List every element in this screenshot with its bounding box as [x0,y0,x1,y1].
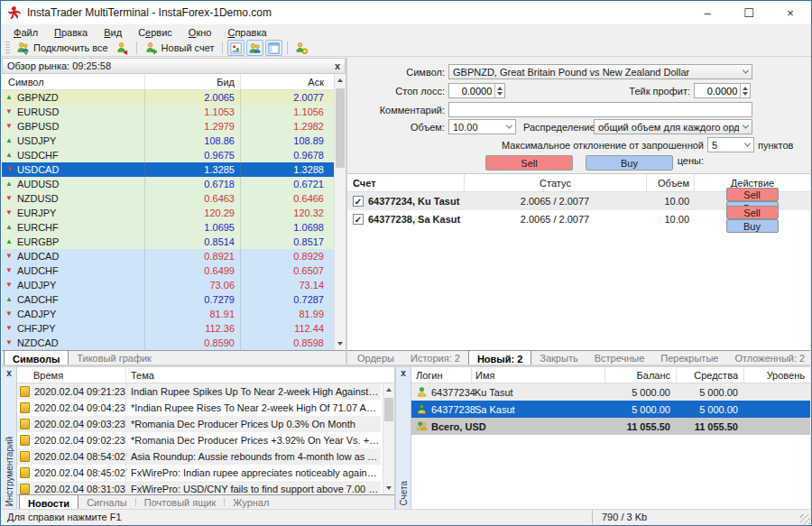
market-watch-close-icon[interactable]: x [335,60,340,71]
comment-input[interactable] [448,102,752,117]
market-row[interactable]: ▼CADJPY81.9181.99 [2,307,336,321]
market-row[interactable]: ▲USDCHF0.96750.9678 [2,148,336,162]
news-row[interactable]: 2020.02.04 09:21:23Indian Rupee Spikes U… [17,383,381,400]
column-status[interactable]: Статус [464,174,646,191]
toolbox-close-icon[interactable]: x [2,368,16,378]
toolbox-tab-2[interactable]: Сигналы [78,495,135,509]
buy-button[interactable]: Buy [586,155,673,171]
column-bid[interactable]: Бид [144,74,240,89]
scroll-up-icon[interactable] [383,383,394,396]
menu-item-сервис[interactable]: Сервис [130,27,180,38]
market-row[interactable]: ▲EURCHF1.06951.0698 [2,220,336,235]
market-row[interactable]: ▼AUDCHF0.64990.6507 [2,263,336,278]
disconnect-all-button[interactable] [112,40,133,56]
menu-item-вид[interactable]: Вид [96,27,130,38]
menu-item-окно[interactable]: Окно [180,27,220,38]
toolbox-tab-1[interactable]: Новости [19,494,78,509]
up-arrow-icon: ▲ [5,94,13,101]
toolbox-toggle[interactable] [265,40,282,56]
market-row[interactable]: ▼AUDJPY73.0673.14 [2,278,336,292]
news-row[interactable]: 2020.02.04 09:02:23*Romania Dec Producer… [17,432,381,448]
resize-grip[interactable] [800,514,810,524]
market-watch-title: Обзор рынка: 09:25:58 [7,60,111,71]
volume-select[interactable]: 10.00 [448,119,516,134]
news-row[interactable]: 2020.02.04 08:45:02FxWirePro: Indian rup… [17,465,381,481]
column-level[interactable]: Уровень [743,367,810,383]
new-account-button[interactable]: Новый счет [141,40,218,56]
market-watch-toggle[interactable] [227,40,245,56]
market-row[interactable]: ▼NZDUSD0.64630.6466 [2,191,336,206]
symbol-select[interactable]: GBPNZD, Great Britain Pound vs New Zeala… [448,64,752,79]
sell-button[interactable]: Sell [485,155,573,171]
account-row[interactable]: 64377238Sa Kasut5 000.005 000.00 [411,401,810,418]
accounts-toggle[interactable] [246,40,263,56]
market-row[interactable]: ▼AUDCAD0.89210.8929 [2,249,336,263]
stop-loss-input[interactable] [448,83,505,98]
market-row[interactable]: ▲AUDUSD0.67180.6721 [2,177,336,191]
scroll-thumb[interactable] [336,88,345,168]
market-row[interactable]: ▲CADCHF0.72790.7287 [2,292,336,307]
maximize-button[interactable]: ☐ [728,1,770,24]
symbol-cell: ▼AUDCHF [2,265,144,276]
column-login[interactable]: Логин [411,367,471,383]
minimize-button[interactable]: – [687,1,728,24]
menu-item-файл[interactable]: Файл [5,27,46,38]
market-row[interactable]: ▼EURJPY120.29120.32 [2,206,336,220]
take-profit-input[interactable] [694,83,751,98]
menu-item-справка[interactable]: Справка [219,27,274,38]
column-balance[interactable]: Баланс [604,367,676,383]
news-row[interactable]: 2020.02.04 09:03:23*Romania Dec Producer… [17,416,381,432]
news-row[interactable]: 2020.02.04 08:54:02Asia Roundup: Aussie … [17,448,381,465]
sell-button[interactable]: Sell [726,206,779,219]
market-row[interactable]: ▼NZDCAD0.85900.8598 [2,336,336,350]
distribution-select[interactable]: общий объем для каждого ордера [594,119,752,134]
news-row[interactable]: 2020.02.04 09:04:23*Indian Rupee Rises T… [17,400,381,416]
spinner-icon[interactable] [740,84,750,97]
market-watch-scrollbar[interactable] [334,74,346,350]
account-checkbox[interactable]: ✓ [353,214,364,225]
toolbar-grip[interactable] [5,42,10,54]
market-row[interactable]: ▲EURGBP0.85140.8517 [2,235,336,249]
column-account[interactable]: Счет [347,174,464,191]
accounts-close-icon[interactable]: x [396,368,411,378]
column-equity[interactable]: Средства [676,367,743,383]
account-settings-icon [295,42,309,55]
deviation-value: 5 [708,140,741,151]
market-row[interactable]: ▼GBPUSD1.29791.2982 [2,119,336,134]
column-topic[interactable]: Тема [125,367,394,383]
user-icon [416,386,428,398]
column-name[interactable]: Имя [471,367,604,383]
menu-item-правка[interactable]: Правка [46,27,96,38]
scroll-up-icon[interactable] [335,74,346,87]
spinner-icon[interactable] [494,84,504,97]
bid-value: 0.8921 [144,249,240,263]
scroll-down-icon[interactable] [383,482,394,494]
column-volume[interactable]: Объем [646,174,694,191]
toolbox-tab-3[interactable]: Почтовый ящик [136,495,224,509]
deviation-select[interactable]: 5 [707,137,754,152]
news-time: 2020.02.04 09:04:23 [34,402,125,413]
scroll-thumb[interactable] [384,398,393,421]
connect-all-button[interactable]: Подключить все [13,40,112,56]
market-row[interactable]: ▲GBPNZD2.00652.0077 [2,90,336,105]
scroll-down-icon[interactable] [335,337,346,350]
news-scrollbar[interactable] [383,383,394,494]
market-row[interactable]: ▼CHFJPY112.36112.44 [2,321,336,336]
close-button[interactable]: × [770,1,811,24]
comment-label: Комментарий: [347,103,445,118]
column-time[interactable]: Время [17,370,125,381]
buy-button[interactable]: Buy [726,219,779,233]
account-checkbox[interactable]: ✓ [353,196,364,207]
symbol-name: USDJPY [17,135,56,146]
column-symbol[interactable]: Символ [2,77,144,88]
market-row[interactable]: ▼USDCAD1.32851.3288 [2,162,336,177]
account-settings-button[interactable] [291,40,312,56]
market-row[interactable]: ▼EURUSD1.10531.1056 [2,105,336,119]
bid-value: 73.06 [144,278,240,292]
account-row[interactable]: 64377234Ku Tasut5 000.005 000.00 [411,383,810,401]
toolbox-tab-4[interactable]: Журнал [225,495,277,509]
market-row[interactable]: ▲USDJPY108.86108.89 [2,134,336,148]
symbol-name: EURJPY [17,208,56,218]
column-ask[interactable]: Аск [240,74,329,89]
sell-button[interactable]: Sell [726,188,779,201]
